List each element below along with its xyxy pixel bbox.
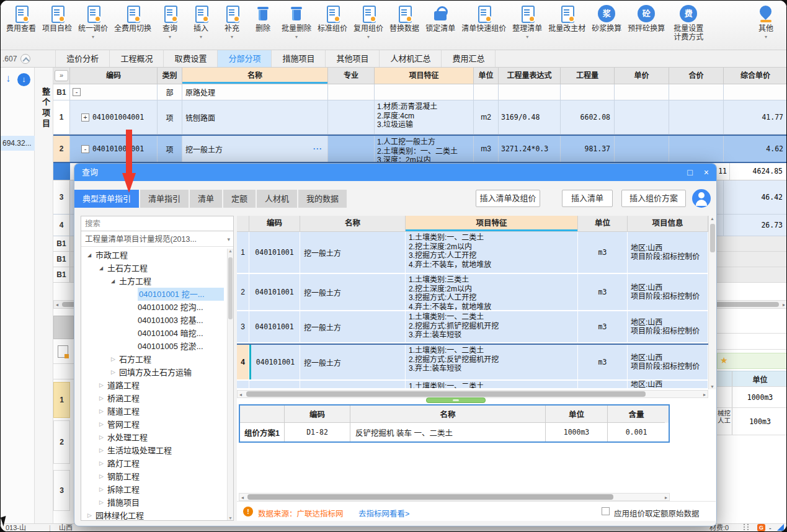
sidebar-selected-item[interactable]: 694.32... <box>1 136 35 151</box>
column-header[interactable]: 项目特征 <box>375 68 474 84</box>
table-row[interactable]: 1+041001004001项铣刨路面1.材质:沥青混凝土 2.厚度:4cm 3… <box>53 100 787 135</box>
expand-box[interactable]: - <box>81 145 89 153</box>
tree-item[interactable]: ▷路灯工程 <box>81 457 228 470</box>
column-header[interactable]: 工程量表达式 <box>499 68 561 84</box>
column-header[interactable]: 项目信息 <box>628 216 708 231</box>
tree-item[interactable]: ▷回填方及土石方运输 <box>81 366 228 379</box>
toolbar-button[interactable]: 费用查看 <box>3 5 39 33</box>
collapse-up-icon[interactable] <box>20 54 30 64</box>
modal-tab[interactable]: 清单指引 <box>140 190 189 208</box>
column-header[interactable]: 单位 <box>578 216 628 231</box>
tree-item[interactable]: ▷钢筋工程 <box>81 470 228 483</box>
column-header[interactable]: 综合单价 <box>724 68 787 84</box>
main-tab[interactable]: 其他项目 <box>326 50 380 67</box>
down-arrow-icon[interactable]: ↓ <box>6 73 11 85</box>
column-header[interactable]: 类别 <box>158 68 182 84</box>
main-tab[interactable]: 措施项目 <box>272 50 326 67</box>
scroll-up-icon[interactable]: ▲ <box>710 216 714 221</box>
insert-item-button[interactable]: 插入清单 <box>562 190 613 207</box>
column-header[interactable]: 工程量 <box>561 68 615 84</box>
scroll-left-icon[interactable]: ◂ <box>56 301 58 308</box>
row-number[interactable]: 1 <box>53 382 70 418</box>
toolbar-button[interactable]: 查询▾ <box>154 5 185 40</box>
scrollbar-thumb[interactable] <box>246 391 646 397</box>
query-row[interactable]: 2040101001挖一般土方1.土壤类别:三类土 2.挖土深度:2m以内 3.… <box>237 274 708 311</box>
tree-item[interactable]: ▷隧道工程 <box>81 405 228 418</box>
scroll-right-icon[interactable]: ▸ <box>665 494 667 501</box>
row-number[interactable]: 2 <box>53 420 70 464</box>
tree-item[interactable]: 040101004 暗挖... <box>81 327 228 340</box>
tree-item[interactable]: ▷石方工程 <box>81 353 228 366</box>
main-tab[interactable]: 工程概况 <box>110 50 164 67</box>
modal-tab[interactable]: 清单 <box>190 190 222 208</box>
toolbar-button[interactable]: 全费用切换 <box>111 5 154 33</box>
column-header[interactable]: 名称 <box>300 216 406 231</box>
table-row[interactable]: B1-部原路处理 <box>53 84 787 100</box>
star-icon[interactable]: ★ <box>720 355 728 365</box>
tree-item[interactable]: ◢土方工程 <box>81 275 228 288</box>
toolbar-button[interactable]: 锁定清单 <box>422 5 458 33</box>
lower-pane-splitter[interactable] <box>53 316 74 339</box>
column-header[interactable]: 编码 <box>249 216 300 231</box>
column-header[interactable]: 单价 <box>615 68 669 84</box>
column-header[interactable]: 单位 <box>474 68 499 84</box>
query-row[interactable]: 1040101001挖一般土方1.土壤类别:一、二类土 2.挖土深度:2m以内 … <box>237 232 708 274</box>
toolbar-button[interactable]: 批量删除▾ <box>278 5 314 40</box>
tree-item[interactable]: ◢市政工程 <box>81 249 228 262</box>
toolbar-button[interactable]: 整理清单▾ <box>509 5 545 40</box>
scrollbar-thumb[interactable] <box>710 224 715 252</box>
project-strip-label[interactable]: 整个项目 <box>40 87 51 130</box>
column-header[interactable]: 专业 <box>328 68 375 84</box>
scroll-right-icon[interactable]: ▸ <box>703 391 706 398</box>
toolbar-button[interactable]: 其他▾ <box>750 5 781 40</box>
minimize-icon[interactable]: - <box>769 524 771 531</box>
column-header[interactable]: 名称 <box>182 68 328 84</box>
column-header[interactable]: 项目特征 <box>406 216 578 231</box>
page-edit-icon[interactable] <box>58 345 68 358</box>
modal-tab[interactable]: 定额 <box>223 190 256 208</box>
toolbar-button[interactable]: 删除 <box>247 5 278 33</box>
main-tab[interactable]: 费用汇总 <box>442 50 496 67</box>
user-account-icon[interactable] <box>692 189 711 208</box>
scrollbar-thumb[interactable] <box>247 494 613 500</box>
column-header[interactable]: 编码 <box>70 68 158 84</box>
download-circle-icon[interactable]: ↓ <box>17 73 30 86</box>
column-header[interactable]: 名称 <box>350 406 546 423</box>
insert-price-scheme-button[interactable]: 插入组价方案 <box>621 190 686 207</box>
scroll-down-icon[interactable]: ▼ <box>710 384 714 389</box>
toolbar-button[interactable]: 批量改主材 <box>545 5 589 33</box>
spec-dropdown[interactable]: 工程量清单项目计量规范(2013... ▾ <box>81 232 233 247</box>
toolbar-button[interactable]: 统一调价▾ <box>75 5 111 40</box>
column-header[interactable]: 编码 <box>285 406 350 423</box>
query-row[interactable]: 4040101001挖一般土方1.土壤类别:一、二类土 2.挖掘方式:反铲挖掘机… <box>237 344 708 381</box>
apply-original-data-checkbox[interactable] <box>602 507 610 515</box>
tree-item[interactable]: 040101001 挖一... <box>81 288 228 301</box>
toolbar-button[interactable]: 项目自检 <box>39 5 75 33</box>
tree-item[interactable]: ▷拆除工程 <box>81 483 228 496</box>
expand-box[interactable]: - <box>73 88 81 96</box>
scroll-left-icon[interactable]: ◂ <box>241 494 244 501</box>
more-button[interactable]: ··· <box>313 144 322 153</box>
tree-item[interactable]: ▷水处理工程 <box>81 431 228 444</box>
toolbar-button[interactable]: 标准组价 <box>314 5 350 33</box>
tree-item[interactable]: ▷桥涵工程 <box>81 392 228 405</box>
indicator-site-link[interactable]: 去指标网看看> <box>358 507 409 519</box>
main-tab[interactable]: 人材机汇总 <box>380 50 442 67</box>
tray-icon[interactable] <box>777 524 784 531</box>
toolbar-button[interactable]: 砼预拌砼换算 <box>625 5 668 33</box>
insert-item-and-price-button[interactable]: 插入清单及组价 <box>476 190 540 207</box>
toolbar-button[interactable]: 费批量设置计费方式 <box>668 5 709 42</box>
dialog-titlebar[interactable]: 查询 □ × <box>74 164 716 181</box>
tree-item[interactable]: ▷园林绿化工程 <box>81 509 228 520</box>
toolbar-button[interactable]: 插入▾ <box>185 5 216 40</box>
tree-item[interactable]: ◢土石方工程 <box>81 262 228 275</box>
scroll-up-icon[interactable]: ▲ <box>228 249 233 253</box>
scheme-row[interactable]: 组价方案1 D1-82 反铲挖掘机 装车 一、二类土 1000m3 0.001 <box>240 423 669 441</box>
tree-item[interactable]: ▷道路工程 <box>81 379 228 392</box>
column-header[interactable]: 单位 <box>546 406 608 423</box>
toolbar-button[interactable]: 清单快速组价 <box>458 5 509 33</box>
tree-item[interactable]: 040101005 挖淤... <box>81 340 228 353</box>
query-row[interactable]: 3040101001挖一般土方1.土壤类别:一、二类土 2.挖掘方式:抓铲挖掘机… <box>237 311 708 344</box>
toolbar-button[interactable]: 浆砂浆换算 <box>589 5 625 33</box>
close-icon[interactable]: × <box>704 164 709 181</box>
